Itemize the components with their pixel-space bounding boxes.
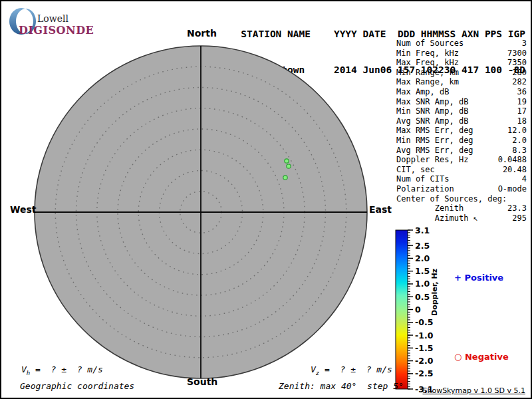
stats-label: Min RMS Err, deg [396,136,473,146]
stats-label: Polarization [396,184,454,194]
stats-value: 3 [522,39,527,49]
stats-label: Max Amp, dB [396,87,449,97]
stats-label: Avg RMS Err, deg [396,146,473,156]
stats-row: Center of Sources, deg: [396,194,527,204]
stats-value: 7300 [507,49,527,59]
stats-value: 20.48 [503,165,527,175]
legend-negative: ○ Negative [442,342,509,372]
stats-value: 2.0 [512,136,527,146]
skymap-source-dot [283,176,287,180]
coordinate-system-label: Geographic coordinates [20,381,134,391]
stats-row: Num of Sources3 [396,39,527,49]
stats-label: Num of CITs [396,174,449,184]
vh-value: = ? ± ? m/s [30,364,103,374]
colorbar-bar [396,230,408,389]
stats-row: Avg RMS Err, deg8.3 [396,146,527,156]
stats-label: Avg SNR Amp, dB [396,116,468,126]
stats-value: O-mode [498,184,527,194]
circle-marker-icon: ○ [454,352,462,362]
skymap-source-dot [285,159,289,163]
stats-row: Max Amp, dB36 [396,87,527,97]
stats-value: 18 [517,116,527,126]
stats-label: Num of Sources [396,39,464,49]
stats-label: Center of Sources, deg: [396,194,507,204]
stats-row: Max SNR Amp, dB19 [396,97,527,107]
colorbar-tick-label: 2.5 [415,241,430,251]
stats-panel: Num of Sources3Min Freq, kHz7300Max Freq… [396,39,527,223]
compass-west-label: West [10,204,36,215]
stats-label: Min Range, km [396,68,459,78]
stats-label: Max Freq, kHz [396,58,459,68]
stats-row: Max Freq, kHz7350 [396,58,527,68]
stats-value: 19 [517,97,527,107]
colorbar-tick-label: 1.0 [415,279,430,289]
stats-row: Max Range, km282 [396,77,527,87]
colorbar-tick-label: -2.0 [415,356,434,366]
stats-label: Zenith [396,203,464,213]
stats-row: Doppler Res, Hz0.0488 [396,155,527,165]
compass-north-label: North [187,28,217,39]
stats-row: Min Freq, kHz7300 [396,49,527,59]
stats-label: CIT, sec [396,165,435,175]
showskymap-window: Lowell DIGISONDE STATION NAME YYYY DATE … [0,0,532,399]
zenith-scale-note: Zenith: max 40° step 5° [279,381,404,391]
stats-value: 17 [517,106,527,116]
stats-row: Max RMS Err, deg12.0 [396,126,527,136]
stats-label: Max Range, km [396,77,459,87]
stats-row: Min Range, km280 [396,68,527,78]
stats-label: Min Freq, kHz [396,49,459,59]
skymap-source-dot [287,164,291,168]
vh-velocity-readout: Vh = ? ± ? m/s [21,364,103,376]
colorbar-tick-label: 0.5 [415,292,430,302]
vh-symbol: V [21,364,27,374]
stats-row: Avg SNR Amp, dB18 [396,116,527,126]
stats-label: Max SNR Amp, dB [396,97,468,107]
stats-label: Min SNR Amp, dB [396,106,468,116]
stats-value: 12.0 [507,126,527,136]
colorbar-tick-label: 3.1 [415,225,430,235]
stats-label: Doppler Res, Hz [396,155,468,165]
stats-row: Azimuth ↖295 [396,213,527,223]
colorbar-tick-label: -0.5 [415,317,433,327]
stats-value: 7350 [507,58,527,68]
stats-value: 280 [512,68,527,78]
stats-value: 0.0488 [498,155,527,165]
compass-east-label: East [369,204,392,215]
plus-marker-icon: + [454,273,462,283]
compass-south-label: South [187,376,217,387]
stats-row: Zenith23.3 [396,203,527,213]
vz-value: = ? ± ? m/s [319,364,392,374]
legend-positive-label: Positive [465,273,504,283]
stats-row: PolarizationO-mode [396,184,527,194]
stats-row: Num of CITs4 [396,174,527,184]
legend-negative-label: Negative [465,352,509,362]
colorbar-tick-label: -1.0 [415,331,434,340]
stats-label: Max RMS Err, deg [396,126,473,136]
colorbar-title: Doppler, Hz [408,307,462,316]
stats-value: 282 [512,77,527,87]
stats-row: Min SNR Amp, dB17 [396,106,527,116]
app-version-label: ShowSkymap v 1.0 SD v 5.1 [422,386,525,395]
colorbar-tick-label: -2.5 [415,368,433,378]
colorbar-tick-label: -1.5 [415,343,433,353]
vz-velocity-readout: Vz = ? ± ? m/s [311,364,392,376]
stats-value: 36 [517,87,527,97]
stats-value: 8.3 [512,146,527,156]
colorbar-tick-label: 1.5 [415,266,430,276]
stats-value: 23.3 [507,203,527,213]
stats-row: Min RMS Err, deg2.0 [396,136,527,146]
stats-row: CIT, sec20.48 [396,165,527,175]
skymap-plot [1,1,400,399]
stats-label: Azimuth ↖ [396,213,478,223]
colorbar-tick-label: 2.0 [415,253,430,263]
legend-positive: + Positive [442,263,503,293]
stats-value: 295 [512,213,527,223]
stats-value: 4 [522,174,527,184]
vz-symbol: V [311,364,316,374]
